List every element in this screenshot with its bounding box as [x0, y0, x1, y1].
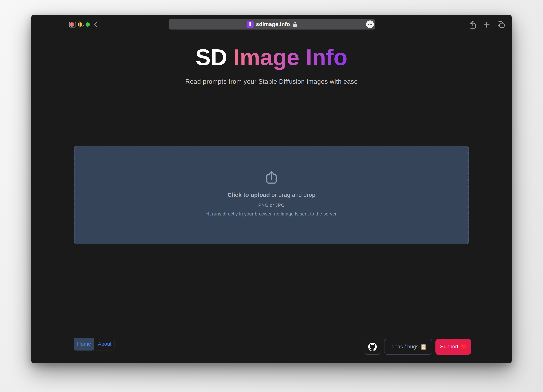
zoom-window-button[interactable] [85, 22, 90, 27]
page-settings-ellipsis-icon[interactable] [366, 20, 374, 28]
back-icon[interactable] [93, 21, 98, 28]
ideas-bugs-label: Ideas / bugs [390, 344, 419, 350]
upload-dropzone[interactable]: Click to upload or drag and drop PNG or … [74, 146, 469, 244]
share-icon[interactable] [469, 20, 476, 30]
page-subtitle: Read prompts from your Stable Diffusion … [31, 78, 512, 85]
page-title: SD Image Info [31, 44, 512, 71]
browser-toolbar: ii sdimage.info [31, 15, 512, 34]
url-text: sdimage.info [256, 21, 290, 28]
lock-icon [293, 22, 297, 28]
support-button[interactable]: Support [436, 339, 471, 355]
ideas-bugs-button[interactable]: Ideas / bugs [384, 339, 432, 355]
dropzone-formats: PNG or JPG [258, 203, 284, 208]
upload-icon [265, 171, 278, 185]
dropzone-cta-rest: or drag and drop [270, 192, 315, 198]
github-button[interactable] [365, 339, 380, 355]
dropzone-privacy-note: *It runs directly in your browser, no im… [206, 211, 337, 217]
clipboard-icon [421, 344, 426, 350]
toolbar-divider [79, 21, 79, 28]
site-favicon: ii [247, 21, 254, 28]
address-bar[interactable]: ii sdimage.info [169, 19, 375, 29]
chevron-down-icon[interactable] [81, 24, 85, 28]
heart-icon [461, 344, 467, 350]
title-gradient: Image Info [233, 44, 347, 70]
nav-home-button[interactable]: Home [74, 338, 94, 351]
support-label: Support [440, 344, 458, 350]
sidebar-toggle-icon[interactable] [69, 22, 76, 28]
dropzone-cta: Click to upload or drag and drop [227, 192, 315, 198]
new-tab-plus-icon[interactable] [483, 22, 490, 29]
tab-overview-icon[interactable] [498, 21, 505, 29]
dropzone-cta-bold: Click to upload [227, 192, 270, 198]
github-icon [368, 342, 377, 351]
nav-about-button[interactable]: About [95, 338, 115, 351]
browser-window: ii sdimage.info [31, 15, 512, 363]
title-prefix: SD [196, 44, 227, 70]
